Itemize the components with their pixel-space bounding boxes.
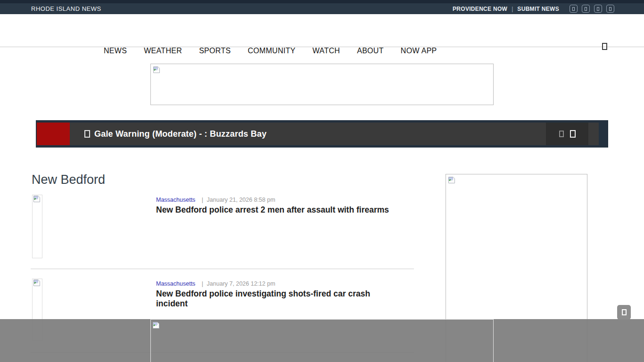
topbar-links: PROVIDENCE NOW | SUBMIT NEWS [453,5,614,13]
weather-alert-bar[interactable]: Gale Warning (Moderate) - : Buzzards Bay [37,123,599,145]
alert-severity-block [37,123,70,145]
category-link[interactable]: Massachusetts [156,280,195,287]
divider [31,269,414,269]
social-icon-1[interactable] [570,5,578,13]
article-meta: Massachusetts | January 7, 2026 12:12 pm [156,280,275,287]
broken-image-icon [152,321,160,329]
site-title: RHODE ISLAND NEWS [31,5,101,12]
nav-item-now-app[interactable]: NOW APP [401,47,437,55]
article-headline[interactable]: New Bedford police investigating shots-f… [156,289,394,309]
alert-warning-icon [84,130,90,138]
nav-item-watch[interactable]: WATCH [313,47,340,55]
next-alert-icon[interactable] [570,130,576,138]
social-icons-row [570,5,614,13]
search-icon[interactable] [602,43,607,50]
nav-item-community[interactable]: COMMUNITY [248,47,295,55]
social-icon-2[interactable] [582,5,590,13]
main-navbar: NEWS WEATHER SPORTS COMMUNITY WATCH ABOU… [0,14,644,47]
providence-now-link[interactable]: PROVIDENCE NOW [453,6,507,12]
arrow-up-icon [622,309,627,315]
nav-item-weather[interactable]: WEATHER [144,47,182,55]
alert-message: Gale Warning (Moderate) - : Buzzards Bay [94,129,266,139]
topbar-separator: | [512,6,513,12]
broken-image-icon [33,195,41,203]
nav-item-news[interactable]: NEWS [104,47,127,55]
alert-controls [546,123,588,145]
main-menu: NEWS WEATHER SPORTS COMMUNITY WATCH ABOU… [104,47,437,55]
meta-separator: | [202,280,203,287]
article-headline[interactable]: New Bedford police arrest 2 men after as… [156,205,420,215]
social-icon-3[interactable] [594,5,602,13]
article-date: January 21, 2026 8:58 pm [207,197,275,203]
broken-image-icon [33,279,41,287]
meta-separator: | [202,197,203,203]
glyph-placeholder-icon [585,7,587,11]
article-meta: Massachusetts | January 21, 2026 8:58 pm [156,197,275,203]
submit-news-link[interactable]: SUBMIT NEWS [517,6,559,12]
glyph-placeholder-icon [572,7,575,11]
glyph-placeholder-icon [597,7,599,11]
broken-image-icon [448,176,455,184]
top-utility-bar: RHODE ISLAND NEWS PROVIDENCE NOW | SUBMI… [0,0,644,14]
broken-image-icon [153,66,160,74]
glyph-placeholder-icon [609,7,611,11]
prev-alert-icon[interactable] [559,131,564,137]
article-date: January 7, 2026 12:12 pm [207,280,275,287]
anchor-ad-slot[interactable] [150,319,494,362]
nav-item-about[interactable]: ABOUT [357,47,384,55]
page: RHODE ISLAND NEWS PROVIDENCE NOW | SUBMI… [0,0,644,362]
nav-item-sports[interactable]: SPORTS [199,47,231,55]
leaderboard-ad-slot[interactable] [150,64,494,105]
back-to-top-button[interactable] [617,305,631,320]
social-icon-4[interactable] [606,5,614,13]
page-title: New Bedford [32,173,105,187]
weather-alert-wrapper: Gale Warning (Moderate) - : Buzzards Bay [36,120,608,148]
category-link[interactable]: Massachusetts [156,197,195,203]
article-thumbnail[interactable] [32,195,42,258]
